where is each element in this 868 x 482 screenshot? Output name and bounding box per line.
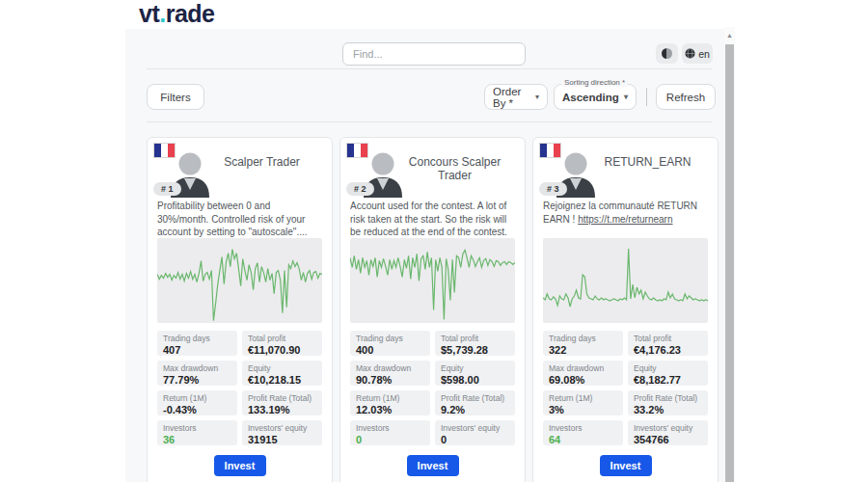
stat-profit-rate: Profit Rate (Total)133.19% (242, 390, 322, 415)
top-bar (125, 0, 735, 29)
stat-investors-equity: Investors' equity0 (435, 420, 515, 445)
trader-card: # 2 Concours Scalper Trader Account used… (339, 137, 526, 482)
stat-return-1m: Return (1M)3% (543, 390, 623, 415)
trader-name: Scalper Trader (203, 155, 320, 169)
rank-badge: # 3 (539, 182, 567, 196)
trader-description: Account used for the contest. A lot of r… (350, 200, 515, 238)
trader-description: Rejoignez la communauté RETURN EARN ! ht… (543, 200, 708, 238)
stat-trading-days: Trading days322 (543, 331, 623, 356)
trader-card: # 1 Scalper Trader Profitability between… (147, 137, 333, 482)
stats-grid: Trading days322 Total profit€4,176.23 Ma… (543, 331, 708, 445)
trader-name: Concours Scalper Trader (396, 155, 513, 182)
order-by-select[interactable]: Order By * ▾ (484, 84, 548, 110)
stat-investors: Investors64 (543, 420, 623, 445)
trader-card-header: # 1 Scalper Trader (157, 146, 322, 200)
stat-max-drawdown: Max drawdown77.79% (157, 361, 237, 386)
trader-description: Profitability between 0 and 30%/month. C… (157, 200, 322, 238)
sorting-direction-value: Ascending (562, 92, 619, 103)
stat-return-1m: Return (1M)-0.43% (157, 390, 237, 415)
trader-card-header: # 3 RETURN_EARN (543, 146, 708, 200)
stats-grid: Trading days400 Total profit$5,739.28 Ma… (350, 331, 515, 445)
language-label: en (698, 48, 710, 60)
trader-description-text: Account used for the contest. A lot of r… (350, 201, 507, 237)
trader-card-header: # 2 Concours Scalper Trader (350, 146, 515, 200)
logo-rest: rade (166, 0, 215, 27)
rank-badge: # 2 (346, 182, 374, 196)
scrollbar-thumb[interactable] (725, 44, 734, 482)
stats-grid: Trading days407 Total profit€11,070.90 M… (157, 331, 322, 445)
stat-max-drawdown: Max drawdown69.08% (543, 361, 623, 386)
stat-investors-equity: Investors' equity31915 (242, 420, 322, 445)
logo-vt: vt (139, 0, 159, 27)
stat-equity: Equity€10,218.15 (242, 361, 322, 386)
stat-investors: Investors0 (350, 420, 430, 445)
equity-sparkline (157, 238, 322, 323)
stat-investors-equity: Investors' equity354766 (628, 420, 708, 445)
stat-equity: Equity$598.00 (435, 361, 515, 386)
trader-name: RETURN_EARN (589, 155, 706, 169)
chevron-down-icon: ▾ (535, 93, 539, 101)
scroll-up-icon[interactable]: ▲ (724, 29, 735, 42)
stat-trading-days: Trading days400 (350, 331, 430, 356)
search-input[interactable] (342, 42, 526, 66)
vertical-scrollbar[interactable]: ▲ (724, 27, 735, 482)
trader-description-text: Profitability between 0 and 30%/month. C… (157, 201, 308, 237)
stat-trading-days: Trading days407 (157, 331, 237, 356)
vtrade-logo: vt.rade (139, 0, 215, 28)
telegram-link[interactable]: https://t.me/returnearn (578, 214, 672, 225)
theme-toggle-button[interactable] (656, 43, 678, 64)
stat-total-profit: Total profit$5,739.28 (435, 331, 515, 356)
invest-button[interactable]: Invest (214, 455, 266, 476)
toolbar-bottom-divider (147, 121, 712, 122)
stat-profit-rate: Profit Rate (Total)9.2% (435, 390, 515, 415)
stat-total-profit: Total profit€11,070.90 (242, 331, 322, 356)
stat-total-profit: Total profit€4,176.23 (628, 331, 708, 356)
rank-badge: # 1 (153, 182, 181, 196)
sorting-direction-select[interactable]: Sorting direction * Ascending ▾ (554, 84, 637, 110)
filters-button[interactable]: Filters (147, 84, 204, 110)
language-button[interactable]: en (682, 43, 713, 64)
trader-card: # 3 RETURN_EARN Rejoignez la communauté … (532, 137, 719, 482)
toolbar-divider (646, 88, 647, 106)
stat-investors: Investors36 (157, 420, 237, 445)
equity-sparkline (350, 238, 515, 323)
stat-equity: Equity€8,182.77 (628, 361, 708, 386)
contrast-icon (662, 48, 672, 59)
globe-icon (685, 48, 695, 59)
equity-sparkline (543, 238, 708, 323)
stat-max-drawdown: Max drawdown90.78% (350, 361, 430, 386)
header-divider (147, 68, 712, 69)
invest-button[interactable]: Invest (600, 455, 652, 476)
app-viewport: vt.rade en Filters Order By * ▾ Sorting … (125, 0, 735, 482)
sorting-direction-label: Sorting direction * (561, 78, 628, 87)
order-by-label: Order By * (493, 86, 535, 109)
invest-button[interactable]: Invest (407, 455, 459, 476)
stat-return-1m: Return (1M)12.03% (350, 390, 430, 415)
refresh-button[interactable]: Refresh (656, 84, 716, 110)
stat-profit-rate: Profit Rate (Total)33.2% (628, 390, 708, 415)
chevron-down-icon: ▾ (624, 93, 628, 101)
